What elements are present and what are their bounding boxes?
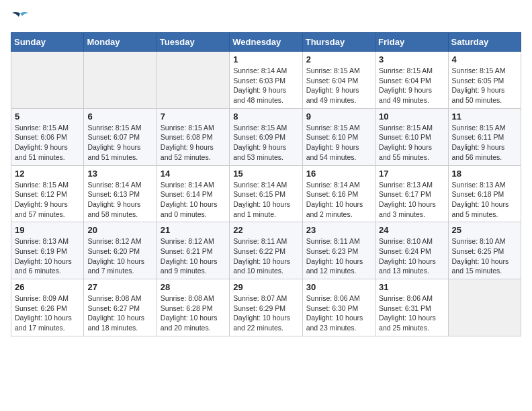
day-info: Sunrise: 8:11 AM Sunset: 6:23 PM Dayligh…: [306, 236, 371, 276]
day-info: Sunrise: 8:14 AM Sunset: 6:03 PM Dayligh…: [233, 66, 298, 105]
calendar-cell: 13Sunrise: 8:14 AM Sunset: 6:13 PM Dayli…: [84, 165, 157, 222]
calendar-cell: 11Sunrise: 8:15 AM Sunset: 6:11 PM Dayli…: [448, 108, 521, 165]
day-info: Sunrise: 8:10 AM Sunset: 6:24 PM Dayligh…: [379, 236, 444, 276]
day-info: Sunrise: 8:15 AM Sunset: 6:06 PM Dayligh…: [15, 123, 80, 163]
logo: [11, 11, 32, 26]
day-info: Sunrise: 8:15 AM Sunset: 6:10 PM Dayligh…: [306, 123, 371, 163]
day-number: 21: [161, 225, 226, 235]
day-header-sunday: Sunday: [11, 33, 84, 52]
calendar-cell: 28Sunrise: 8:08 AM Sunset: 6:28 PM Dayli…: [157, 279, 229, 336]
day-number: 9: [306, 111, 371, 122]
day-header-monday: Monday: [84, 33, 157, 52]
day-number: 30: [306, 282, 371, 292]
day-number: 28: [161, 282, 226, 292]
day-info: Sunrise: 8:14 AM Sunset: 6:15 PM Dayligh…: [233, 180, 298, 220]
day-info: Sunrise: 8:13 AM Sunset: 6:18 PM Dayligh…: [452, 180, 517, 220]
day-number: 20: [87, 225, 152, 235]
day-info: Sunrise: 8:12 AM Sunset: 6:21 PM Dayligh…: [161, 236, 226, 276]
day-number: 19: [15, 225, 80, 235]
calendar-cell: 23Sunrise: 8:11 AM Sunset: 6:23 PM Dayli…: [302, 222, 375, 279]
day-info: Sunrise: 8:15 AM Sunset: 6:11 PM Dayligh…: [452, 123, 517, 163]
calendar-cell: 20Sunrise: 8:12 AM Sunset: 6:20 PM Dayli…: [84, 222, 157, 279]
day-info: Sunrise: 8:15 AM Sunset: 6:07 PM Dayligh…: [87, 123, 152, 163]
day-number: 25: [452, 225, 517, 235]
calendar-cell: 6Sunrise: 8:15 AM Sunset: 6:07 PM Daylig…: [84, 108, 157, 165]
calendar-cell: [11, 52, 84, 109]
calendar-week-1: 1Sunrise: 8:14 AM Sunset: 6:03 PM Daylig…: [11, 52, 521, 109]
day-info: Sunrise: 8:13 AM Sunset: 6:19 PM Dayligh…: [15, 236, 80, 276]
day-info: Sunrise: 8:08 AM Sunset: 6:27 PM Dayligh…: [87, 293, 152, 333]
day-info: Sunrise: 8:06 AM Sunset: 6:30 PM Dayligh…: [306, 293, 371, 333]
day-info: Sunrise: 8:07 AM Sunset: 6:29 PM Dayligh…: [233, 293, 298, 333]
header: [11, 11, 521, 26]
day-info: Sunrise: 8:15 AM Sunset: 6:04 PM Dayligh…: [379, 66, 444, 105]
calendar-cell: 27Sunrise: 8:08 AM Sunset: 6:27 PM Dayli…: [84, 279, 157, 336]
day-header-tuesday: Tuesday: [157, 33, 229, 52]
calendar-header-row: SundayMondayTuesdayWednesdayThursdayFrid…: [11, 33, 521, 52]
calendar-cell: 19Sunrise: 8:13 AM Sunset: 6:19 PM Dayli…: [11, 222, 84, 279]
calendar-cell: 15Sunrise: 8:14 AM Sunset: 6:15 PM Dayli…: [230, 165, 302, 222]
day-number: 26: [15, 282, 80, 292]
day-number: 12: [15, 169, 80, 179]
calendar-cell: 1Sunrise: 8:14 AM Sunset: 6:03 PM Daylig…: [230, 52, 302, 109]
calendar-cell: 22Sunrise: 8:11 AM Sunset: 6:22 PM Dayli…: [230, 222, 302, 279]
day-info: Sunrise: 8:15 AM Sunset: 6:05 PM Dayligh…: [452, 66, 517, 105]
day-info: Sunrise: 8:15 AM Sunset: 6:09 PM Dayligh…: [233, 123, 298, 163]
day-info: Sunrise: 8:14 AM Sunset: 6:14 PM Dayligh…: [161, 180, 226, 220]
calendar-cell: 16Sunrise: 8:14 AM Sunset: 6:16 PM Dayli…: [302, 165, 375, 222]
day-info: Sunrise: 8:12 AM Sunset: 6:20 PM Dayligh…: [87, 236, 152, 276]
calendar-cell: 3Sunrise: 8:15 AM Sunset: 6:04 PM Daylig…: [375, 52, 448, 109]
day-number: 5: [15, 111, 80, 122]
calendar-cell: 14Sunrise: 8:14 AM Sunset: 6:14 PM Dayli…: [157, 165, 229, 222]
day-number: 27: [87, 282, 152, 292]
day-number: 22: [233, 225, 298, 235]
calendar-cell: 7Sunrise: 8:15 AM Sunset: 6:08 PM Daylig…: [157, 108, 229, 165]
day-number: 14: [161, 169, 226, 179]
day-number: 8: [233, 111, 298, 122]
day-number: 3: [379, 54, 444, 64]
day-info: Sunrise: 8:10 AM Sunset: 6:25 PM Dayligh…: [452, 236, 517, 276]
day-number: 29: [233, 282, 298, 292]
calendar-cell: 9Sunrise: 8:15 AM Sunset: 6:10 PM Daylig…: [302, 108, 375, 165]
calendar-cell: 2Sunrise: 8:15 AM Sunset: 6:04 PM Daylig…: [302, 52, 375, 109]
calendar-cell: 21Sunrise: 8:12 AM Sunset: 6:21 PM Dayli…: [157, 222, 229, 279]
calendar-cell: 18Sunrise: 8:13 AM Sunset: 6:18 PM Dayli…: [448, 165, 521, 222]
calendar-cell: 17Sunrise: 8:13 AM Sunset: 6:17 PM Dayli…: [375, 165, 448, 222]
day-number: 24: [379, 225, 444, 235]
day-number: 6: [87, 111, 152, 122]
day-info: Sunrise: 8:15 AM Sunset: 6:04 PM Dayligh…: [306, 66, 371, 105]
day-number: 2: [306, 54, 371, 64]
calendar-cell: 24Sunrise: 8:10 AM Sunset: 6:24 PM Dayli…: [375, 222, 448, 279]
day-header-saturday: Saturday: [448, 33, 521, 52]
day-number: 15: [233, 169, 298, 179]
day-number: 10: [379, 111, 444, 122]
day-info: Sunrise: 8:11 AM Sunset: 6:22 PM Dayligh…: [233, 236, 298, 276]
day-number: 11: [452, 111, 517, 122]
day-number: 23: [306, 225, 371, 235]
day-info: Sunrise: 8:08 AM Sunset: 6:28 PM Dayligh…: [161, 293, 226, 333]
calendar-cell: 29Sunrise: 8:07 AM Sunset: 6:29 PM Dayli…: [230, 279, 302, 336]
calendar-cell: [84, 52, 157, 109]
day-header-thursday: Thursday: [302, 33, 375, 52]
day-number: 4: [452, 54, 517, 64]
day-number: 7: [161, 111, 226, 122]
day-info: Sunrise: 8:15 AM Sunset: 6:08 PM Dayligh…: [161, 123, 226, 163]
calendar-week-4: 19Sunrise: 8:13 AM Sunset: 6:19 PM Dayli…: [11, 222, 521, 279]
calendar-cell: 4Sunrise: 8:15 AM Sunset: 6:05 PM Daylig…: [448, 52, 521, 109]
day-header-friday: Friday: [375, 33, 448, 52]
calendar-table: SundayMondayTuesdayWednesdayThursdayFrid…: [11, 32, 521, 336]
calendar-cell: [448, 279, 521, 336]
calendar-cell: [157, 52, 229, 109]
day-info: Sunrise: 8:15 AM Sunset: 6:10 PM Dayligh…: [379, 123, 444, 163]
day-number: 18: [452, 169, 517, 179]
calendar-week-3: 12Sunrise: 8:15 AM Sunset: 6:12 PM Dayli…: [11, 165, 521, 222]
day-number: 13: [87, 169, 152, 179]
day-number: 17: [379, 169, 444, 179]
calendar-cell: 26Sunrise: 8:09 AM Sunset: 6:26 PM Dayli…: [11, 279, 84, 336]
day-info: Sunrise: 8:14 AM Sunset: 6:13 PM Dayligh…: [87, 180, 152, 220]
day-number: 1: [233, 54, 298, 64]
calendar-cell: 30Sunrise: 8:06 AM Sunset: 6:30 PM Dayli…: [302, 279, 375, 336]
day-header-wednesday: Wednesday: [230, 33, 302, 52]
logo-icon: [11, 11, 30, 26]
calendar-week-2: 5Sunrise: 8:15 AM Sunset: 6:06 PM Daylig…: [11, 108, 521, 165]
